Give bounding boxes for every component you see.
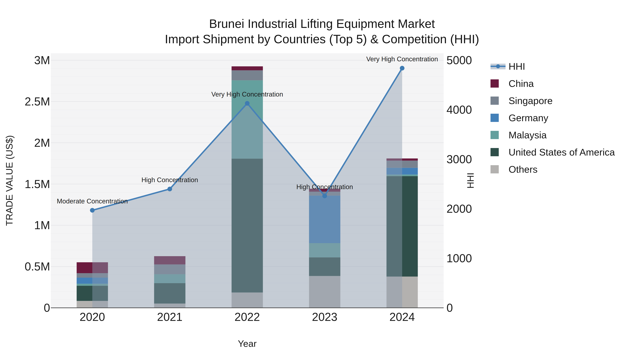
legend-label-hhi: HHI: [508, 61, 525, 72]
legend: HHIChinaSingaporeGermanyMalaysiaUnited S…: [490, 58, 615, 178]
y-tick-label-left-0: 0: [0, 301, 50, 314]
x-tick-label-2021: 2021: [131, 310, 208, 324]
bar-segment-singapore-2022: [232, 70, 263, 80]
legend-item-germany: Germany: [490, 109, 615, 126]
bar-segment-china-2022: [232, 66, 263, 70]
legend-swatch-icon-others: [490, 165, 499, 173]
chart-title-line2: Import Shipment by Countries (Top 5) & C…: [0, 32, 644, 45]
legend-label-china: China: [508, 78, 534, 89]
legend-swatch-icon-china: [490, 79, 499, 88]
legend-label-others: Others: [508, 164, 538, 175]
y-tick-label-right-1000: 1000: [446, 252, 500, 265]
hhi-marker-2023: [322, 194, 327, 198]
y-tick-label-left-1.5M: 1.5M: [0, 178, 50, 191]
annotation-2020: Moderate Concentration: [57, 197, 128, 205]
y-tick-label-right-0: 0: [446, 301, 500, 314]
legend-item-singapore: Singapore: [490, 92, 615, 109]
y-tick-label-left-1M: 1M: [0, 219, 50, 232]
x-tick-label-2023: 2023: [286, 310, 364, 324]
hhi-marker-2022: [245, 101, 250, 106]
annotation-2022: Very High Concentration: [211, 90, 283, 98]
y-axis-label-right: HHI: [465, 173, 476, 189]
y-tick-label-left-2M: 2M: [0, 136, 50, 149]
legend-item-hhi: HHI: [490, 58, 615, 75]
legend-item-united-states-of-america: United States of America: [490, 144, 615, 161]
y-tick-label-left-3M: 3M: [0, 54, 50, 67]
annotation-2023: High Concentration: [296, 183, 353, 191]
legend-swatch-icon-malaysia: [490, 131, 499, 139]
hhi-marker-2020: [90, 208, 95, 213]
legend-item-others: Others: [490, 161, 615, 178]
chart-title-line1: Brunei Industrial Lifting Equipment Mark…: [0, 17, 644, 30]
x-axis-label: Year: [51, 338, 444, 349]
legend-item-malaysia: Malaysia: [490, 126, 615, 144]
annotation-2021: High Concentration: [142, 176, 198, 184]
y-tick-label-right-2000: 2000: [446, 202, 500, 215]
x-tick-label-2024: 2024: [364, 310, 441, 324]
hhi-marker-2021: [168, 187, 172, 191]
annotation-2024: Very High Concentration: [366, 55, 438, 63]
legend-label-malaysia: Malaysia: [508, 129, 547, 140]
legend-swatch-icon-germany: [490, 114, 499, 122]
x-tick-label-2020: 2020: [54, 310, 131, 324]
legend-label-germany: Germany: [508, 112, 548, 123]
legend-swatch-icon-singapore: [490, 96, 499, 105]
y-tick-label-left-2.5M: 2.5M: [0, 95, 50, 108]
hhi-marker-2024: [400, 66, 404, 70]
x-tick-label-2022: 2022: [208, 310, 286, 324]
legend-label-united-states-of-america: United States of America: [508, 147, 615, 158]
legend-swatch-icon-united-states-of-america: [490, 148, 499, 156]
legend-label-singapore: Singapore: [508, 95, 552, 106]
plot-canvas: [0, 0, 644, 362]
y-tick-label-left-0.5M: 0.5M: [0, 260, 50, 273]
legend-item-china: China: [490, 75, 615, 92]
chart-figure: Brunei Industrial Lifting Equipment Mark…: [0, 0, 644, 362]
hhi-legend-swatch-icon: [490, 62, 506, 70]
